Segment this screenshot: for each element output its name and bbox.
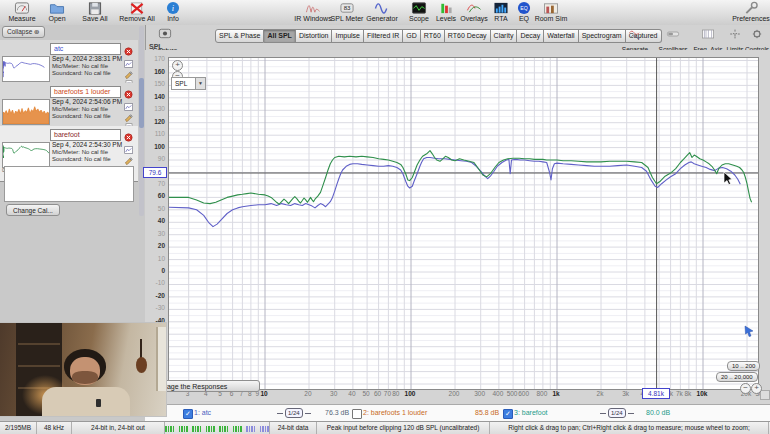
svg-text:83: 83	[344, 5, 351, 11]
axis-scroll-corner[interactable]	[760, 390, 770, 400]
tab-decay[interactable]: Decay	[517, 29, 544, 43]
separate-icon	[620, 26, 650, 38]
x-tick-label: 10k	[697, 390, 708, 397]
person-beard	[72, 371, 98, 384]
measurement-thumbnail[interactable]	[2, 142, 50, 168]
measurement-date: Sep 4, 2024 2:54:06 PM	[52, 98, 122, 105]
tab-gd[interactable]: GD	[403, 29, 421, 43]
remove-measurement-button[interactable]	[123, 129, 134, 140]
note-pin-icon[interactable]	[744, 323, 756, 341]
pencil-icon[interactable]	[124, 152, 136, 162]
trace-barefoot	[169, 151, 752, 205]
range-20-20000-button[interactable]: 20 .. 20,000	[716, 372, 758, 382]
measurement-name-field[interactable]: barefoots 1 louder	[50, 86, 121, 98]
y-tick-label: 0	[145, 267, 165, 274]
change-cal-button[interactable]: Change Cal...	[6, 204, 60, 216]
mic-cal-status: Mic/Meter: No cal file	[52, 149, 108, 155]
tab-filtered-ir[interactable]: Filtered IR	[364, 29, 403, 43]
smoothing-dash	[277, 413, 283, 414]
tab-rt60[interactable]: RT60	[421, 29, 445, 43]
trace-spl-value-3: 80.0 dB	[646, 409, 670, 416]
data-format: 24-bit data	[270, 422, 317, 434]
x-tick-label: 1k	[552, 390, 559, 397]
sidebar-scrollbar-thumb[interactable]	[139, 78, 144, 128]
zoom-out-x-button[interactable]: −	[740, 383, 751, 394]
toolbar-button-room-sim[interactable]: Room Sim	[529, 1, 573, 23]
smoothing-dash	[628, 413, 634, 414]
mic-cal-status: Mic/Meter: No cal file	[52, 63, 108, 69]
x-tick-label: 70	[384, 390, 391, 397]
x-tick-label: 60	[374, 390, 381, 397]
toolbar-button-save-all[interactable]: Save All	[73, 1, 117, 23]
measurement-card-2[interactable]: barefoots 1 louderSep 4, 2024 2:54:06 PM…	[0, 83, 138, 127]
preferences-icon	[729, 1, 770, 15]
lavalier-mic	[96, 399, 101, 407]
smoothing-badge[interactable]: 1/24	[285, 408, 303, 418]
measurement-name-field[interactable]: barefoot	[50, 129, 121, 141]
measurement-thumbnail[interactable]	[2, 99, 50, 125]
spl-graph-canvas[interactable]	[169, 58, 758, 389]
toolbar-button-label: Info	[151, 15, 195, 23]
trace-legend-bar: ✓1: atc1/2476.3 dB2: barefoots 1 louder8…	[145, 404, 770, 422]
measurement-notes-area[interactable]	[4, 166, 134, 202]
remove-measurement-button[interactable]	[123, 86, 134, 97]
mic-cal-status: Mic/Meter: No cal file	[52, 106, 108, 112]
spl-plot[interactable]	[168, 57, 759, 390]
trace-label-1[interactable]: 1: atc	[194, 409, 211, 416]
toolbar-button-info[interactable]: iInfo	[151, 1, 195, 23]
tab-spectrogram[interactable]: Spectrogram	[579, 29, 626, 43]
remove-measurement-button[interactable]	[123, 43, 134, 54]
tab-rt60-decay[interactable]: RT60 Decay	[445, 29, 491, 43]
chevron-down-icon: ▼	[195, 78, 205, 89]
x-tick-label: 400	[492, 390, 503, 397]
smoothing-dash	[600, 413, 606, 414]
y-tick-label: 70	[145, 180, 165, 187]
smoothing-badge[interactable]: 1/24	[608, 408, 626, 418]
person-torso	[42, 387, 130, 416]
pencil-icon[interactable]	[124, 66, 136, 76]
sidebar-scrollbar[interactable]	[139, 26, 144, 216]
x-tick-label: 80	[392, 390, 399, 397]
y-tick-label: 110	[145, 130, 165, 137]
tab-distortion[interactable]: Distortion	[296, 29, 333, 43]
x-tick-label: 50	[362, 390, 369, 397]
trace-checkbox-2[interactable]	[352, 409, 362, 419]
io-format: 24-bit in, 24-bit out	[72, 422, 165, 434]
measurement-card-1[interactable]: atcSep 4, 2024 2:38:31 PMMic/Meter: No c…	[0, 40, 138, 84]
measurement-name-field[interactable]: atc	[50, 43, 121, 55]
range-10-200-button[interactable]: 10 .. 200	[727, 361, 760, 371]
trace-checkbox-1[interactable]: ✓	[183, 409, 193, 419]
y-tick-label: -20	[145, 292, 165, 299]
tab-all-spl[interactable]: All SPL	[264, 29, 296, 43]
status-bar: 2/195MB48 kHz24-bit in, 24-bit out24-bit…	[0, 421, 770, 434]
rew-window: MeasureOpenSave AllRemove AlliInfoIR Win…	[0, 0, 770, 434]
trace-label-2[interactable]: 2: barefoots 1 louder	[363, 409, 427, 416]
y-tick-label: -30	[145, 304, 165, 311]
y-tick-label: 160	[145, 68, 165, 75]
tab-clarity[interactable]: Clarity	[491, 29, 518, 43]
graph-icon[interactable]	[124, 56, 136, 66]
tab-impulse[interactable]: Impulse	[332, 29, 364, 43]
soundcard-cal-status: Soundcard: No cal file	[52, 156, 111, 162]
trace-checkbox-3[interactable]: ✓	[503, 409, 513, 419]
tab-waterfall[interactable]: Waterfall	[544, 29, 578, 43]
y-tick-label: 90	[145, 155, 165, 162]
y-axis-mode-select[interactable]: SPL▼	[171, 77, 206, 90]
toolbar-button-preferences[interactable]: Preferences	[729, 1, 770, 23]
toolbar-button-label: Room Sim	[529, 15, 573, 23]
zoom-in-y-button[interactable]: +	[172, 60, 183, 71]
zoom-in-x-button[interactable]: +	[751, 383, 762, 394]
collapse-button[interactable]: Collapse ⊛	[2, 26, 45, 38]
cursor-freq-value: 4.81k	[642, 388, 670, 399]
pencil-icon[interactable]	[124, 109, 136, 119]
measurement-thumbnail[interactable]	[2, 56, 50, 82]
x-tick-label: 40	[348, 390, 355, 397]
tab-spl-phase[interactable]: SPL & Phase	[215, 29, 264, 43]
x-tick-label: 8k	[684, 390, 691, 397]
capture-icon	[147, 26, 183, 39]
trace-label-3[interactable]: 3: barefoot	[514, 409, 547, 416]
limits-icon	[724, 26, 746, 38]
graph-icon[interactable]	[124, 99, 136, 109]
graph-icon[interactable]	[124, 142, 136, 152]
trace-spl-value-1: 76.3 dB	[325, 409, 349, 416]
